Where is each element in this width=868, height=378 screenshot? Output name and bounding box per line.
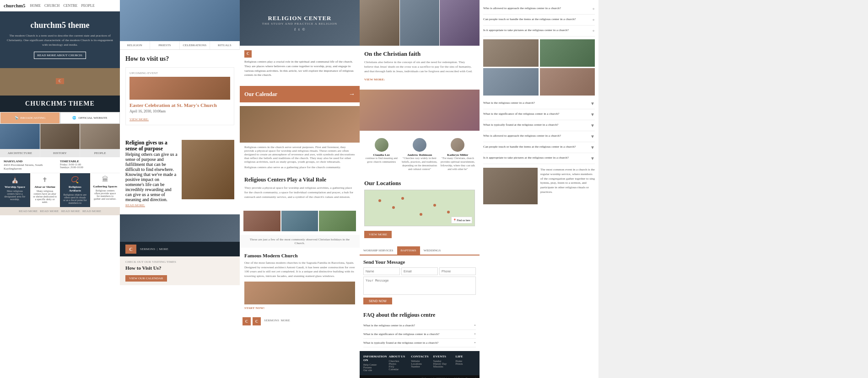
- faith-text: Christians also believe in the concept o…: [364, 60, 475, 74]
- event-image: [129, 77, 230, 100]
- nav-people[interactable]: PEOPLE: [81, 4, 94, 8]
- faq-b3[interactable]: What is typically found at the religious…: [483, 120, 595, 131]
- start-now-link[interactable]: START NOW!: [244, 306, 355, 310]
- faq-top-2[interactable]: Can people touch or handle the items at …: [483, 15, 595, 26]
- website-btn[interactable]: 🌐 OFFICIAL WEBSITE: [60, 112, 120, 124]
- faq-b1[interactable]: What is the religious center in a church…: [483, 98, 595, 109]
- name-input[interactable]: [363, 267, 400, 275]
- location-section: MARYLAND 4433 Providend Streets, South K…: [4, 160, 60, 170]
- plus-icon-1[interactable]: +: [592, 6, 595, 11]
- faq-b6[interactable]: Is it appropriate to take pictures at th…: [483, 153, 595, 164]
- timetable-section: TIMETABLE Friday | 9:00-11:00 Sundays | …: [60, 160, 116, 170]
- plus-icon-2[interactable]: +: [592, 17, 595, 22]
- chevron-6[interactable]: ▼: [590, 156, 595, 161]
- chevron-5[interactable]: ▼: [590, 145, 595, 150]
- calendar-arrow[interactable]: →: [349, 91, 355, 98]
- people-link[interactable]: PEOPLE: [80, 149, 120, 157]
- phone-input[interactable]: [439, 267, 476, 275]
- nav-church[interactable]: CHURCH: [44, 4, 59, 8]
- view-calendar-btn[interactable]: VIEW OUR CALENDAR: [125, 275, 167, 282]
- faith-img-3: [440, 0, 480, 46]
- vital-section: Religious Centers Play a Vital Role They…: [240, 172, 360, 207]
- service-desc-3: Religious objects are often used in ritu…: [63, 193, 87, 204]
- read-more-link[interactable]: READ MORE:: [125, 203, 145, 207]
- gathering-icon: 🏛: [93, 176, 117, 183]
- nav-centre[interactable]: CENTRE: [63, 4, 77, 8]
- dark-image: [120, 214, 240, 242]
- view-more-btn[interactable]: VIEW MORE: [364, 231, 392, 238]
- hero-title: religion center: [268, 15, 332, 22]
- expand-icon-1[interactable]: +: [474, 324, 476, 327]
- faq-item-2[interactable]: What is the significance of the religiou…: [363, 330, 476, 339]
- hero-section: churchm5 theme The modern Church is a te…: [0, 11, 120, 68]
- faq-top-q1: Who is allowed to approach the religious…: [483, 6, 590, 11]
- event-label: UPCOMING EVENT: [129, 71, 230, 75]
- expand-icon-2[interactable]: +: [474, 332, 476, 336]
- worship-content: The most common event in a church is the…: [483, 168, 595, 204]
- chevron-3[interactable]: ▼: [590, 123, 595, 128]
- broadcasting-btn[interactable]: 📡 BROADCASTING: [0, 112, 60, 124]
- avatar-1: [375, 138, 388, 152]
- nav-celebrations[interactable]: CELEBRATIONS: [180, 41, 210, 49]
- vital-text: They provide a physical space for worshi…: [244, 186, 355, 199]
- tab-baptisms[interactable]: BAPTISMS: [397, 246, 420, 255]
- view-more-link[interactable]: VIEW MORE:: [129, 117, 149, 121]
- history-link[interactable]: HISTORY: [40, 149, 80, 157]
- chevron-4[interactable]: ▼: [590, 134, 595, 139]
- faq-top-3[interactable]: Is it appropriate to take pictures at th…: [483, 26, 595, 37]
- faq-b2[interactable]: What is the significance of the religiou…: [483, 109, 595, 120]
- visit-subtitle: How to Visit Us?: [125, 265, 234, 271]
- reviews-grid: Claudia Lee continue to find meaning and…: [360, 134, 480, 175]
- tab-worship[interactable]: WORSHIP SERVICES: [360, 246, 397, 255]
- religion-title: Religion gives us a sense of purpose: [125, 140, 178, 152]
- map-legend: 📍 Find us here: [451, 217, 472, 224]
- faq-item-1[interactable]: What is the religious center in a church…: [363, 321, 476, 330]
- instagram-icon[interactable]: ©: [302, 27, 305, 32]
- modern-image: [244, 282, 355, 304]
- church-img-3: [80, 124, 120, 149]
- thumbnail-grid: [240, 207, 360, 235]
- faq-b4[interactable]: Who is allowed to approach the religious…: [483, 131, 595, 142]
- faq-b5[interactable]: Can people touch or handle the items at …: [483, 142, 595, 153]
- service-title-4: Gathering Spaces: [93, 185, 117, 188]
- twitter-icon[interactable]: t: [298, 27, 299, 32]
- send-button[interactable]: SEND NOW: [363, 298, 392, 304]
- faq-item-3[interactable]: What is typically found at the religious…: [363, 339, 476, 347]
- locations-section: Our Locations 📍 Find us here VIEW MORE: [360, 175, 480, 243]
- message-input[interactable]: [363, 277, 476, 295]
- send-message-section: Send Your Message SEND NOW: [360, 256, 480, 308]
- email-input[interactable]: [401, 267, 438, 275]
- chevron-2[interactable]: ▼: [590, 112, 595, 117]
- nav-rituals[interactable]: RITUALS: [210, 41, 240, 49]
- map: 📍 Find us here: [364, 190, 475, 226]
- review-text-3: "For many Christians, church provides sp…: [440, 157, 476, 171]
- timetable-label: TIMETABLE: [60, 160, 116, 163]
- reviewer-name-1: Claudia Lee: [363, 153, 399, 157]
- holiday-text: These are just a few of the most commonl…: [240, 235, 360, 248]
- expand-icon-3[interactable]: +: [474, 341, 476, 345]
- read-more-link[interactable]: READ MORE ABOUT CHURCH:: [34, 52, 86, 59]
- social-links: f t ©: [295, 27, 305, 32]
- faq-question-1: What is the religious center in a church…: [363, 324, 415, 327]
- tab-weddings[interactable]: WEDDINGS: [420, 246, 444, 255]
- modern-title: Famous Modern Church: [244, 252, 355, 259]
- facebook-icon[interactable]: f: [295, 27, 296, 32]
- architecture-link[interactable]: ARCHITECTURE: [0, 149, 40, 157]
- nav-religion[interactable]: RELIGION: [120, 41, 150, 49]
- service-desc: Most religious centers have a designated…: [3, 190, 27, 201]
- chevron-1[interactable]: ▼: [590, 101, 595, 106]
- nav-home[interactable]: HOME: [30, 4, 41, 8]
- view-more-link[interactable]: VIEW MORE:: [364, 78, 385, 81]
- service-desc-4: Religious centers often provide space fo…: [93, 189, 117, 200]
- calendar-section[interactable]: Our Calendar →: [240, 86, 360, 102]
- panel-visit: RELIGION PRIESTS CELEBRATIONS RITUALS Ho…: [120, 0, 240, 378]
- side-img-3: [483, 68, 539, 96]
- plus-icon-3[interactable]: +: [592, 28, 595, 33]
- side-img-4: [540, 68, 595, 96]
- check-section: CHECK OUT OUR VISITING TIMES How to Visi…: [120, 256, 240, 285]
- form-row: [363, 267, 476, 275]
- review-2: Andrew Robinson "Churches vary widely in…: [401, 138, 437, 171]
- nav-priests[interactable]: PRIESTS: [150, 41, 180, 49]
- faq-top-1[interactable]: Who is allowed to approach the religious…: [483, 4, 595, 15]
- hero-subtitle: THE STUDY AND PRACTICE A RELIGION: [262, 22, 337, 26]
